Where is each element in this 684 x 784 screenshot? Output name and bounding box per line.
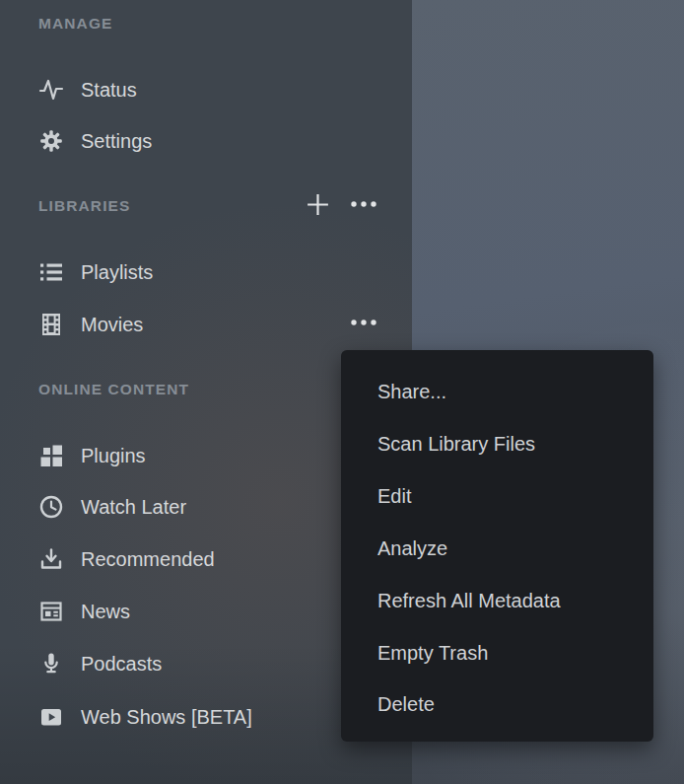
add-library-button[interactable] [303, 189, 332, 219]
library-context-menu: Share... Scan Library Files Edit Analyze… [341, 350, 653, 742]
sidebar-item-label: Playlists [81, 261, 153, 284]
film-icon [38, 312, 64, 337]
movies-more-button[interactable] [346, 313, 381, 332]
plus-icon [305, 191, 331, 218]
sidebar-item-label: Recommended [81, 548, 215, 571]
menu-item-empty-trash[interactable]: Empty Trash [341, 633, 653, 673]
section-header-libraries: LIBRARIES [38, 196, 130, 216]
sidebar-item-label: Watch Later [81, 496, 186, 519]
gear-icon [38, 128, 64, 154]
menu-item-refresh-metadata[interactable]: Refresh All Metadata [341, 581, 653, 620]
menu-item-edit[interactable]: Edit [341, 476, 653, 516]
ellipsis-icon [348, 317, 379, 328]
sidebar-item-label: Status [81, 79, 137, 102]
menu-item-analyze[interactable]: Analyze [341, 529, 653, 568]
sidebar-item-playlists[interactable]: Playlists [0, 252, 412, 292]
menu-item-share[interactable]: Share... [341, 372, 653, 411]
play-video-icon [38, 704, 64, 730]
sidebar-item-label: News [81, 601, 130, 623]
download-icon [38, 546, 64, 572]
section-header-online-content: ONLINE CONTENT [38, 380, 189, 399]
sidebar-item-settings[interactable]: Settings [0, 121, 412, 161]
plex-app-screen: MANAGE Status Settings LI [0, 0, 684, 784]
sidebar-item-label: Movies [81, 314, 143, 336]
sidebar-item-label: Plugins [81, 445, 146, 467]
news-icon [38, 599, 64, 624]
microphone-icon [38, 651, 64, 677]
clock-icon [38, 494, 64, 520]
menu-item-delete[interactable]: Delete [341, 684, 653, 724]
sidebar-item-status[interactable]: Status [0, 70, 412, 109]
libraries-more-button[interactable] [346, 194, 381, 214]
sidebar-item-label: Web Shows [BETA] [81, 706, 252, 729]
menu-item-scan-library[interactable]: Scan Library Files [341, 424, 653, 463]
sidebar-item-label: Settings [81, 130, 152, 153]
activity-icon [38, 77, 64, 103]
ellipsis-icon [348, 198, 379, 210]
playlists-icon [38, 259, 64, 285]
sidebar-item-label: Podcasts [81, 653, 162, 676]
plugins-icon [38, 443, 64, 468]
section-header-manage: MANAGE [38, 14, 113, 34]
